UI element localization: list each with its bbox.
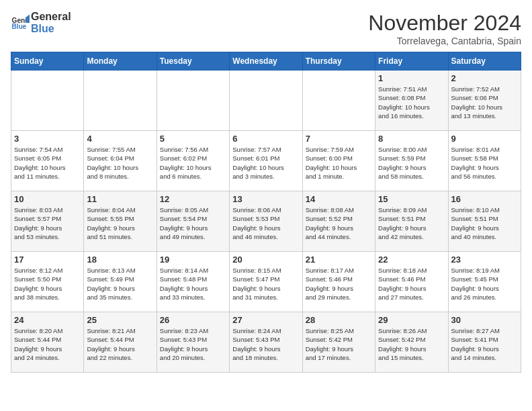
svg-text:Blue: Blue: [12, 23, 27, 30]
weekday-header-row: SundayMondayTuesdayWednesdayThursdayFrid…: [11, 52, 521, 71]
day-number: 18: [87, 255, 153, 265]
day-info: Sunrise: 8:15 AM Sunset: 5:47 PM Dayligh…: [232, 266, 299, 302]
day-info: Sunrise: 8:23 AM Sunset: 5:43 PM Dayligh…: [160, 326, 226, 362]
day-info: Sunrise: 8:05 AM Sunset: 5:54 PM Dayligh…: [160, 205, 226, 241]
day-info: Sunrise: 8:17 AM Sunset: 5:46 PM Dayligh…: [306, 266, 372, 302]
day-number: 9: [451, 134, 518, 144]
logo-blue: Blue: [31, 23, 71, 35]
calendar-cell: 17Sunrise: 8:12 AM Sunset: 5:50 PM Dayli…: [11, 252, 84, 312]
day-info: Sunrise: 8:21 AM Sunset: 5:44 PM Dayligh…: [87, 326, 153, 362]
calendar-week-3: 10Sunrise: 8:03 AM Sunset: 5:57 PM Dayli…: [11, 191, 521, 252]
calendar-table: SundayMondayTuesdayWednesdayThursdayFrid…: [11, 52, 521, 373]
calendar-cell: 12Sunrise: 8:05 AM Sunset: 5:54 PM Dayli…: [157, 191, 229, 252]
calendar-cell: 23Sunrise: 8:19 AM Sunset: 5:45 PM Dayli…: [448, 252, 521, 312]
day-info: Sunrise: 8:10 AM Sunset: 5:51 PM Dayligh…: [451, 205, 518, 241]
day-info: Sunrise: 8:01 AM Sunset: 5:58 PM Dayligh…: [451, 145, 518, 181]
day-number: 29: [378, 315, 445, 325]
day-number: 17: [14, 255, 81, 265]
day-number: 5: [160, 134, 226, 144]
calendar-cell: 22Sunrise: 8:18 AM Sunset: 5:46 PM Dayli…: [375, 252, 448, 312]
calendar-cell: [230, 71, 302, 131]
day-number: 13: [232, 194, 299, 204]
weekday-header-sunday: Sunday: [11, 52, 84, 71]
day-number: 26: [160, 315, 226, 325]
location: Torrelavega, Cantabria, Spain: [368, 36, 521, 46]
calendar-cell: 16Sunrise: 8:10 AM Sunset: 5:51 PM Dayli…: [448, 191, 521, 252]
calendar-cell: 8Sunrise: 8:00 AM Sunset: 5:59 PM Daylig…: [375, 131, 448, 191]
day-number: 28: [306, 315, 372, 325]
calendar-cell: [11, 71, 84, 131]
calendar-cell: [157, 71, 229, 131]
calendar-cell: 2Sunrise: 7:52 AM Sunset: 6:06 PM Daylig…: [448, 71, 521, 131]
day-number: 4: [87, 134, 153, 144]
day-number: 1: [378, 73, 445, 83]
day-number: 19: [160, 255, 226, 265]
calendar-header: SundayMondayTuesdayWednesdayThursdayFrid…: [11, 52, 521, 71]
calendar-cell: 13Sunrise: 8:06 AM Sunset: 5:53 PM Dayli…: [230, 191, 302, 252]
weekday-header-tuesday: Tuesday: [157, 52, 229, 71]
day-info: Sunrise: 7:55 AM Sunset: 6:04 PM Dayligh…: [87, 145, 153, 181]
calendar-cell: 25Sunrise: 8:21 AM Sunset: 5:44 PM Dayli…: [84, 312, 157, 373]
calendar-cell: 15Sunrise: 8:09 AM Sunset: 5:51 PM Dayli…: [375, 191, 448, 252]
weekday-header-friday: Friday: [375, 52, 448, 71]
calendar-cell: 6Sunrise: 7:57 AM Sunset: 6:01 PM Daylig…: [230, 131, 302, 191]
calendar-week-2: 3Sunrise: 7:54 AM Sunset: 6:05 PM Daylig…: [11, 131, 521, 191]
day-number: 2: [451, 73, 518, 83]
day-number: 23: [451, 255, 518, 265]
weekday-header-thursday: Thursday: [302, 52, 375, 71]
calendar-week-4: 17Sunrise: 8:12 AM Sunset: 5:50 PM Dayli…: [11, 252, 521, 312]
day-info: Sunrise: 7:59 AM Sunset: 6:00 PM Dayligh…: [306, 145, 372, 181]
day-number: 12: [160, 194, 226, 204]
calendar-cell: 24Sunrise: 8:20 AM Sunset: 5:44 PM Dayli…: [11, 312, 84, 373]
day-number: 6: [232, 134, 299, 144]
day-info: Sunrise: 7:54 AM Sunset: 6:05 PM Dayligh…: [14, 145, 81, 181]
day-info: Sunrise: 8:14 AM Sunset: 5:48 PM Dayligh…: [160, 266, 226, 302]
weekday-header-saturday: Saturday: [448, 52, 521, 71]
calendar-cell: 7Sunrise: 7:59 AM Sunset: 6:00 PM Daylig…: [302, 131, 375, 191]
day-info: Sunrise: 8:27 AM Sunset: 5:41 PM Dayligh…: [451, 326, 518, 362]
day-number: 15: [378, 194, 445, 204]
calendar-cell: 28Sunrise: 8:25 AM Sunset: 5:42 PM Dayli…: [302, 312, 375, 373]
calendar-week-5: 24Sunrise: 8:20 AM Sunset: 5:44 PM Dayli…: [11, 312, 521, 373]
day-number: 7: [306, 134, 372, 144]
calendar-cell: 20Sunrise: 8:15 AM Sunset: 5:47 PM Dayli…: [230, 252, 302, 312]
calendar-cell: 29Sunrise: 8:26 AM Sunset: 5:42 PM Dayli…: [375, 312, 448, 373]
day-info: Sunrise: 8:04 AM Sunset: 5:55 PM Dayligh…: [87, 205, 153, 241]
calendar-cell: 1Sunrise: 7:51 AM Sunset: 6:08 PM Daylig…: [375, 71, 448, 131]
day-number: 16: [451, 194, 518, 204]
month-title: November 2024: [368, 11, 521, 36]
day-info: Sunrise: 8:19 AM Sunset: 5:45 PM Dayligh…: [451, 266, 518, 302]
day-info: Sunrise: 8:09 AM Sunset: 5:51 PM Dayligh…: [378, 205, 445, 241]
day-info: Sunrise: 8:24 AM Sunset: 5:43 PM Dayligh…: [232, 326, 299, 362]
day-number: 21: [306, 255, 372, 265]
calendar-week-1: 1Sunrise: 7:51 AM Sunset: 6:08 PM Daylig…: [11, 71, 521, 131]
day-info: Sunrise: 7:51 AM Sunset: 6:08 PM Dayligh…: [378, 85, 445, 120]
day-number: 24: [14, 315, 81, 325]
logo-icon: General Blue: [11, 13, 30, 32]
day-info: Sunrise: 8:20 AM Sunset: 5:44 PM Dayligh…: [14, 326, 81, 362]
day-number: 10: [14, 194, 81, 204]
day-number: 22: [378, 255, 445, 265]
day-info: Sunrise: 7:57 AM Sunset: 6:01 PM Dayligh…: [232, 145, 299, 181]
calendar-cell: 21Sunrise: 8:17 AM Sunset: 5:46 PM Dayli…: [302, 252, 375, 312]
day-info: Sunrise: 8:00 AM Sunset: 5:59 PM Dayligh…: [378, 145, 445, 181]
day-info: Sunrise: 8:25 AM Sunset: 5:42 PM Dayligh…: [306, 326, 372, 362]
day-number: 8: [378, 134, 445, 144]
day-info: Sunrise: 8:08 AM Sunset: 5:52 PM Dayligh…: [306, 205, 372, 241]
calendar-cell: 19Sunrise: 8:14 AM Sunset: 5:48 PM Dayli…: [157, 252, 229, 312]
logo: General Blue General Blue: [11, 11, 71, 34]
calendar-cell: [302, 71, 375, 131]
svg-marker-1: [26, 14, 30, 22]
calendar-cell: 27Sunrise: 8:24 AM Sunset: 5:43 PM Dayli…: [230, 312, 302, 373]
weekday-header-wednesday: Wednesday: [230, 52, 302, 71]
weekday-header-monday: Monday: [84, 52, 157, 71]
calendar-cell: 4Sunrise: 7:55 AM Sunset: 6:04 PM Daylig…: [84, 131, 157, 191]
day-number: 20: [232, 255, 299, 265]
day-number: 30: [451, 315, 518, 325]
day-number: 11: [87, 194, 153, 204]
calendar-cell: 26Sunrise: 8:23 AM Sunset: 5:43 PM Dayli…: [157, 312, 229, 373]
day-number: 14: [306, 194, 372, 204]
title-block: November 2024 Torrelavega, Cantabria, Sp…: [368, 11, 521, 46]
calendar-cell: 18Sunrise: 8:13 AM Sunset: 5:49 PM Dayli…: [84, 252, 157, 312]
calendar-cell: 3Sunrise: 7:54 AM Sunset: 6:05 PM Daylig…: [11, 131, 84, 191]
